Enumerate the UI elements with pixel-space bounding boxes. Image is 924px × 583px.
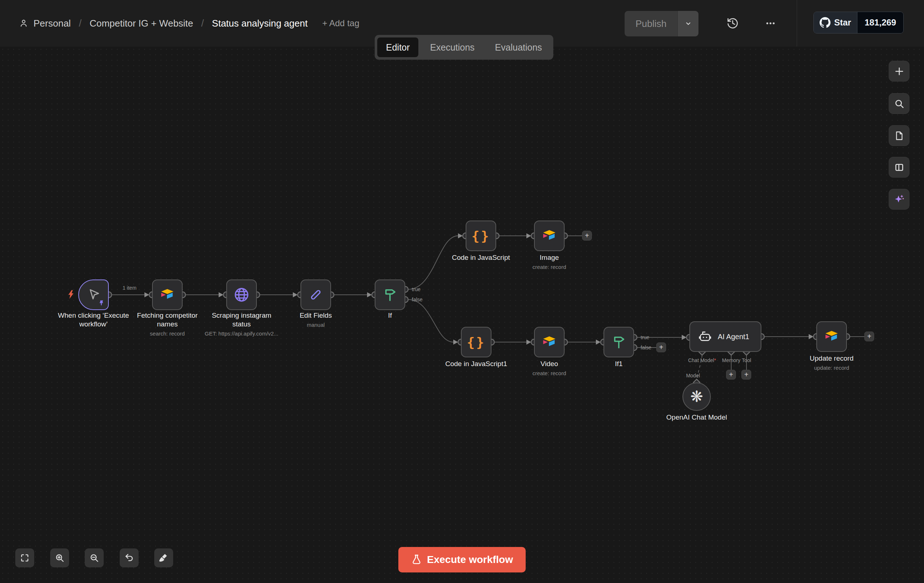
breadcrumb-separator: / xyxy=(201,18,204,29)
publish-split-button: Publish xyxy=(625,11,698,36)
pencil-icon xyxy=(308,287,323,302)
workspace-crumb[interactable]: Personal xyxy=(19,18,71,29)
github-icon xyxy=(820,17,830,28)
chevron-down-icon xyxy=(684,20,692,28)
agent-node-title: AI Agent1 xyxy=(718,333,749,341)
publish-button[interactable]: Publish xyxy=(625,11,677,36)
breadcrumb-separator: / xyxy=(79,18,82,29)
file-icon xyxy=(894,130,904,141)
github-star-label: Star xyxy=(834,18,851,28)
fit-view-icon xyxy=(20,553,30,563)
openai-icon: ❋ xyxy=(690,389,703,404)
tab-evaluations[interactable]: Evaluations xyxy=(487,38,551,57)
panel-toggle-button[interactable] xyxy=(889,157,909,178)
node-ai-agent1[interactable]: AI Agent1 xyxy=(690,321,761,352)
trigger-bolt-icon xyxy=(66,290,75,299)
code-braces-icon: {} xyxy=(472,228,490,243)
add-node-button[interactable] xyxy=(889,61,909,81)
view-switcher: Editor Executions Evaluations xyxy=(375,35,553,60)
node-code-in-javascript1[interactable]: {} xyxy=(461,327,492,357)
broom-icon xyxy=(159,553,168,563)
workflow-title[interactable]: Status analysing agent xyxy=(212,18,308,29)
execute-workflow-button[interactable]: Execute workflow xyxy=(398,547,526,573)
execute-workflow-label: Execute workflow xyxy=(427,554,513,565)
airtable-icon xyxy=(542,335,557,348)
flask-icon xyxy=(411,554,422,565)
sticky-note-button[interactable] xyxy=(889,125,909,146)
add-node-after-update-button[interactable]: + xyxy=(865,332,874,341)
add-node-after-image-button[interactable]: + xyxy=(582,231,592,241)
node-scraping-instagram-status[interactable] xyxy=(226,279,257,310)
airtable-icon xyxy=(160,288,175,301)
pin-icon xyxy=(99,300,105,307)
workspace-name[interactable]: Personal xyxy=(33,18,71,29)
globe-icon xyxy=(234,287,249,303)
panel-icon xyxy=(894,162,904,172)
ai-assistant-button[interactable] xyxy=(889,189,909,210)
signpost-icon xyxy=(612,335,626,349)
signpost-icon xyxy=(383,287,397,302)
node-image[interactable] xyxy=(534,221,564,251)
node-if[interactable] xyxy=(375,279,405,310)
node-code-in-javascript[interactable]: {} xyxy=(465,221,496,251)
undo-button[interactable] xyxy=(120,548,139,567)
add-tool-button[interactable]: + xyxy=(741,370,751,380)
workflow-canvas[interactable] xyxy=(0,46,924,583)
node-edit-fields[interactable] xyxy=(300,279,331,310)
airtable-icon xyxy=(824,330,839,343)
airtable-icon xyxy=(542,229,557,242)
zoom-to-fit-button[interactable] xyxy=(15,548,34,567)
node-openai-chat-model[interactable]: ❋ xyxy=(683,383,711,411)
person-icon xyxy=(19,18,28,28)
github-star-button[interactable]: Star xyxy=(814,12,857,33)
add-memory-button[interactable]: + xyxy=(726,370,736,380)
zoom-out-icon xyxy=(89,553,99,563)
sparkles-icon xyxy=(894,194,905,205)
github-star-widget: Star 181,269 xyxy=(813,12,904,33)
node-video[interactable] xyxy=(534,327,564,357)
more-options-button[interactable] xyxy=(764,17,777,30)
node-if1[interactable] xyxy=(604,327,634,357)
node-fetching-competitor-names[interactable] xyxy=(152,279,183,310)
zoom-in-icon xyxy=(55,553,64,563)
history-button[interactable] xyxy=(726,17,739,30)
publish-dropdown-button[interactable] xyxy=(677,11,698,36)
project-name[interactable]: Competitor IG + Website xyxy=(89,18,193,29)
plus-icon xyxy=(894,66,904,76)
search-button[interactable] xyxy=(889,93,909,114)
add-node-if1-false-button[interactable]: + xyxy=(656,342,666,352)
zoom-in-button[interactable] xyxy=(50,548,69,567)
breadcrumb: Personal / Competitor IG + Website / Sta… xyxy=(19,0,360,46)
tab-executions[interactable]: Executions xyxy=(421,38,483,57)
header-divider xyxy=(797,0,797,46)
github-star-count[interactable]: 181,269 xyxy=(857,12,904,33)
search-icon xyxy=(894,99,904,109)
add-tag-button[interactable]: + Add tag xyxy=(322,18,360,28)
ellipsis-icon xyxy=(765,18,776,29)
tab-editor[interactable]: Editor xyxy=(377,38,418,57)
history-icon xyxy=(726,17,739,30)
zoom-out-button[interactable] xyxy=(85,548,104,567)
code-braces-icon: {} xyxy=(467,335,485,350)
undo-icon xyxy=(124,553,134,563)
node-manual-trigger[interactable] xyxy=(78,279,109,310)
node-update-record[interactable] xyxy=(816,321,847,352)
tidy-up-button[interactable] xyxy=(154,548,173,567)
robot-icon xyxy=(698,330,712,344)
